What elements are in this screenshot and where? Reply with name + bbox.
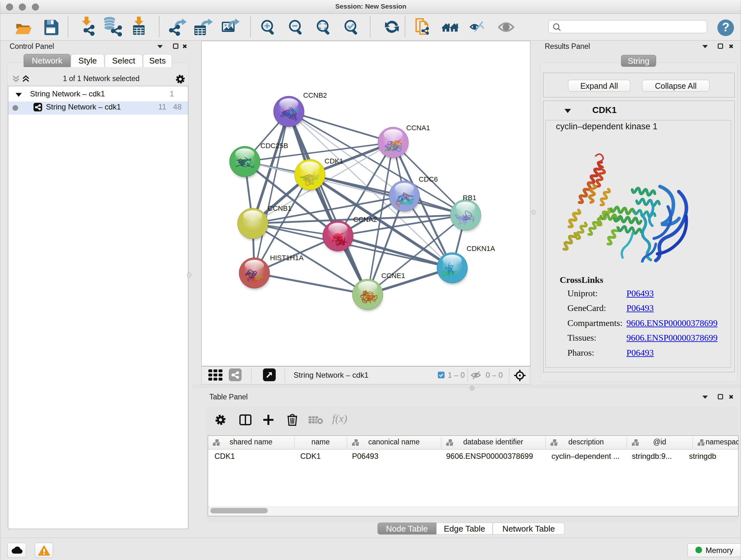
svg-text:HIST1H1A: HIST1H1A	[270, 254, 304, 262]
svg-text:?: ?	[722, 20, 729, 34]
svg-text:CCNA2: CCNA2	[353, 215, 377, 224]
svg-text:CCNB1: CCNB1	[268, 204, 292, 212]
svg-text:CCNB2: CCNB2	[303, 91, 327, 99]
svg-text:CDC25B: CDC25B	[260, 142, 288, 150]
svg-text:RB1: RB1	[463, 194, 476, 202]
svg-text:CDC6: CDC6	[419, 175, 438, 183]
svg-text:CDKN1A: CDKN1A	[467, 245, 495, 253]
svg-text:CCNE1: CCNE1	[381, 272, 405, 280]
svg-text:CDK1: CDK1	[325, 157, 343, 165]
svg-text:CCNA1: CCNA1	[406, 124, 430, 132]
